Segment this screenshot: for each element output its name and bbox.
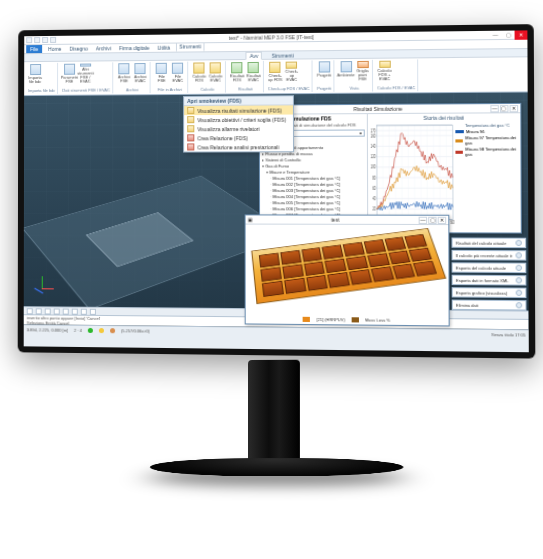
ribbon-button[interactable]: File EVAC	[171, 63, 185, 83]
ribbon-icon	[30, 64, 41, 75]
dropdown-item[interactable]: Visualizza allarme rivelatori	[184, 124, 293, 134]
ribbon-button[interactable]: Importa file bdc	[28, 64, 42, 84]
ribbon-button[interactable]: Griglia piani FSE	[355, 61, 370, 82]
ribbon-button-label: Parametri FSE	[61, 76, 78, 84]
svg-text:40: 40	[372, 195, 376, 201]
ribbon-button[interactable]: Altri strumenti FSE / EVAC	[78, 64, 92, 84]
close-button[interactable]: ✕	[515, 30, 528, 39]
ribbon-tab[interactable]: Utilità	[155, 44, 172, 52]
action-button[interactable]: Esporta grafico (visualizza)	[452, 287, 527, 298]
subtab[interactable]: Strumenti	[269, 52, 297, 58]
ribbon-button[interactable]: Ambiente	[339, 61, 354, 82]
qat-button[interactable]	[34, 37, 40, 43]
tool-button[interactable]	[90, 308, 96, 314]
maximize-button[interactable]: ▢	[502, 30, 515, 39]
legend-swatch	[351, 317, 358, 322]
legend-swatch	[455, 150, 463, 153]
legend-item: Misura 96	[455, 129, 519, 134]
screen: test* - Namirial MEP 3.0 FSE [IT-test] —…	[24, 30, 529, 352]
minimize-button[interactable]: —	[419, 216, 427, 223]
tool-button[interactable]	[36, 308, 42, 314]
ribbon-button[interactable]: Progetti	[317, 61, 332, 82]
tool-button[interactable]	[81, 308, 87, 314]
ribbon-group: AmbienteGriglia piani FSEVista	[336, 60, 373, 92]
ribbon-button[interactable]: Calcolo FDS + EVAC	[377, 61, 392, 82]
close-button[interactable]: ✕	[510, 104, 519, 111]
tool-button[interactable]	[27, 308, 33, 314]
ribbon-group-label: File in Archivi	[155, 87, 185, 92]
tool-button[interactable]	[63, 308, 69, 314]
tool-button[interactable]	[54, 308, 60, 314]
action-button[interactable]: Elimina dati	[452, 300, 527, 311]
ribbon-button-label: Archivi EVAC	[133, 75, 147, 83]
ribbon-button-label: File FSE	[155, 75, 169, 83]
close-button[interactable]: ✕	[438, 216, 446, 223]
ribbon-button[interactable]: Archivi EVAC	[133, 63, 147, 83]
ribbon-tab[interactable]: Disegno	[67, 45, 89, 53]
ribbon-button[interactable]: Calcolo FDS	[192, 62, 206, 82]
ribbon-button-label: Griglia piani FSE	[355, 69, 370, 81]
ribbon-button[interactable]: Archivi FSE	[117, 63, 131, 83]
ribbon-button-label: Risultati FDS	[230, 74, 245, 82]
ribbon-icon	[135, 63, 146, 74]
menu-item-icon	[187, 134, 194, 141]
ribbon-button[interactable]: Check-up EVAC	[284, 62, 299, 82]
ribbon-button[interactable]: Risultati EVAC	[246, 62, 260, 82]
ribbon-tab[interactable]: Archivi	[94, 44, 113, 52]
action-button-label: Il calcolo più recente attuale è	[456, 252, 512, 257]
ribbon-group: Parametri FSEAltri strumenti FSE / EVACD…	[60, 62, 113, 94]
dropdown-item-label: Visualizza allarme rivelatori	[197, 125, 259, 131]
shelf-box	[363, 239, 385, 253]
axis-gizmo	[30, 276, 56, 302]
menu-item-icon	[187, 125, 194, 132]
action-button[interactable]: Il calcolo più recente attuale è	[452, 250, 527, 261]
shelf-box	[262, 281, 284, 297]
shelf-box	[328, 272, 351, 288]
ribbon-group: Calcolo FDSCalcolo EVACCalcolo	[190, 61, 226, 93]
tool-button[interactable]	[45, 308, 51, 314]
ribbon-icon	[248, 62, 259, 73]
dropdown-item[interactable]: Crea Relazione analisi prestazionali	[184, 142, 293, 151]
qat-button[interactable]	[26, 37, 32, 43]
action-button[interactable]: Esporta del calcolo attuale	[452, 262, 527, 273]
ribbon-button[interactable]: Check-up FDS	[268, 62, 282, 82]
svg-text:140: 140	[371, 143, 376, 149]
ribbon-group-label: Dati strumenti FSE / EVAC	[62, 87, 110, 92]
legend-swatch	[303, 316, 310, 321]
ribbon-button[interactable]: Risultati FDS	[230, 62, 244, 82]
smokeview-titlebar[interactable]: ▣ test — ▢ ✕	[246, 215, 449, 225]
smokeview-viewport[interactable]	[248, 227, 447, 313]
fire-room	[251, 228, 446, 304]
ribbon-icon	[172, 63, 183, 74]
action-button[interactable]: Risultati del calcolo attuale	[452, 237, 527, 248]
svg-text:20: 20	[373, 205, 377, 211]
shelf-box	[388, 250, 411, 265]
dropdown-item[interactable]: Crea Relazione (FDS)	[184, 133, 293, 143]
minimize-button[interactable]: —	[489, 30, 502, 39]
tool-button[interactable]	[72, 308, 78, 314]
svg-text:100: 100	[371, 164, 376, 170]
shelf-box	[392, 264, 415, 279]
ribbon-group-label: Progetti	[317, 86, 332, 91]
action-button[interactable]: Esporta dati in formato XML	[452, 275, 527, 286]
ribbon-group-label: Vista	[339, 85, 370, 90]
maximize-button[interactable]: ▢	[428, 216, 436, 223]
ribbon-button[interactable]: File FSE	[155, 63, 169, 83]
ribbon-button-label: Calcolo FDS	[192, 75, 206, 83]
ribbon-tab[interactable]: Home	[46, 45, 63, 53]
ribbon-button[interactable]: Parametri FSE	[62, 64, 76, 84]
ribbon-tab[interactable]: Firma digitale	[117, 44, 151, 52]
ribbon-button[interactable]: Calcolo EVAC	[208, 62, 222, 82]
subtab[interactable]: Avv	[246, 51, 263, 59]
room-outline	[86, 212, 194, 267]
ribbon-button-label: Calcolo EVAC	[208, 74, 222, 82]
file-tab[interactable]: File	[26, 45, 42, 53]
minimize-button[interactable]: —	[490, 105, 499, 112]
chart-legend: Temperatura dei gas °C Misura 96Misura 9…	[454, 122, 521, 233]
qat-button[interactable]	[50, 37, 56, 43]
ribbon-group-label: Importa file bdc	[28, 88, 55, 93]
shelf-box	[413, 261, 437, 276]
qat-button[interactable]	[42, 37, 48, 43]
maximize-button[interactable]: ▢	[500, 105, 509, 112]
svg-text:80: 80	[372, 174, 376, 180]
